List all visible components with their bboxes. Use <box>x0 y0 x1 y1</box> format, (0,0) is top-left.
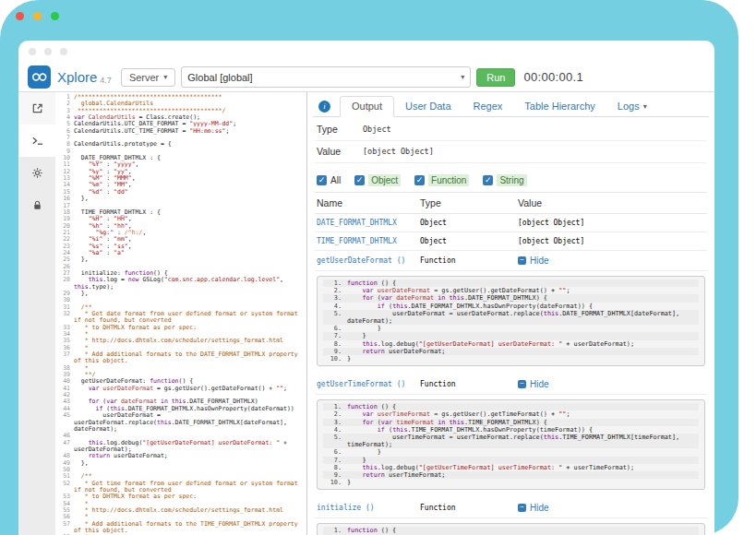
table-header: NameTypeValue <box>315 192 707 214</box>
editor-line: 57 * Add additional formats to the TIME_… <box>55 521 306 535</box>
cell-type: Object <box>420 237 518 245</box>
line-number: 3. <box>323 419 347 426</box>
line-number: 5 <box>55 121 74 127</box>
cell-type: Function <box>420 504 518 512</box>
cell-type: Function <box>420 256 518 265</box>
security-button[interactable] <box>18 189 55 221</box>
code-text: } <box>347 448 381 456</box>
checkbox-icon[interactable]: ✓ <box>317 175 327 185</box>
cell-value: [object Object] <box>518 219 705 227</box>
filter-all[interactable]: ✓All <box>317 175 341 185</box>
scope-select[interactable]: Global [global] ▾ <box>181 66 471 88</box>
property-link[interactable]: DATE_FORMAT_DHTMLX <box>317 219 420 227</box>
line-number: 32 <box>55 311 74 325</box>
server-dropdown-button[interactable]: Server ▾ <box>121 68 175 87</box>
xplore-logo-icon <box>28 65 51 89</box>
line-number: 7 <box>55 135 74 141</box>
code-text: } <box>347 355 351 363</box>
property-link[interactable]: initialize () <box>317 504 420 512</box>
editor-line: 45 userDateFormat = userDateFormat.repla… <box>55 412 306 433</box>
output-tabs: i OutputUser DataRegexTable HierarchyLog… <box>313 94 709 117</box>
hide-label: Hide <box>530 503 549 513</box>
hide-toggle[interactable]: −Hide <box>518 503 705 513</box>
window-chrome-bar <box>18 41 714 63</box>
property-link[interactable]: getUserTimeFormat () <box>317 380 420 388</box>
editor-line: 28 this.log = new GSLog("com.snc.app.cal… <box>55 277 306 291</box>
line-number: 2 <box>55 101 74 107</box>
editor-line: 15 "%d" : "dd" <box>55 189 306 196</box>
code-text: }, <box>74 196 306 202</box>
gear-icon <box>31 167 43 179</box>
line-number: 47 <box>55 440 74 454</box>
code-text: * Add additional formats to the DATE_FOR… <box>74 351 306 365</box>
minimize-window-button[interactable] <box>33 12 42 20</box>
code-line: 8. this.log.debug("[getUserTimeFormat] u… <box>323 464 699 471</box>
editor-line: 33 * to DHTMLX format as per spec: <box>55 325 306 331</box>
code-text: if (this.TIME_FORMAT_DHTMLX.hasOwnProper… <box>347 426 593 434</box>
code-text: } <box>347 479 351 486</box>
tab-output[interactable]: Output <box>340 96 394 117</box>
lock-icon <box>31 199 43 211</box>
checkbox-icon[interactable]: ✓ <box>483 175 493 185</box>
run-button[interactable]: Run <box>476 68 515 87</box>
zoom-window-button[interactable] <box>51 12 59 20</box>
line-number: 4 <box>55 114 74 121</box>
hide-toggle[interactable]: −Hide <box>518 379 705 389</box>
editor-line: 30 <box>55 297 306 303</box>
filter-function[interactable]: ✓Function <box>414 174 469 186</box>
info-icon[interactable]: i <box>318 101 330 113</box>
result-value-value: [object Object] <box>363 147 434 156</box>
close-window-button[interactable] <box>16 12 24 20</box>
script-console-button[interactable] <box>18 125 55 157</box>
chevron-down-icon: ▾ <box>461 73 464 81</box>
tab-table-hierarchy[interactable]: Table Hierarchy <box>513 97 606 116</box>
code-text: userDateFormat = userDateFormat.replace(… <box>347 310 699 325</box>
code-line: 2. var userTimeFormat = gs.getUser().get… <box>323 410 699 418</box>
code-text <box>74 297 306 303</box>
tab-regex[interactable]: Regex <box>462 97 514 116</box>
code-line: 1.function () { <box>323 403 699 410</box>
editor-line: 8CalendarUtils.prototype = { <box>55 141 306 148</box>
chrome-dot-icon <box>29 48 36 55</box>
table-row: getUserDateFormat ()Function−Hide <box>315 251 707 271</box>
editor-line: 37 * Add additional formats to the DATE_… <box>55 351 306 365</box>
checkbox-icon[interactable]: ✓ <box>414 175 425 185</box>
code-text: } <box>347 332 366 339</box>
code-text: return userTimeFormat; <box>347 471 445 479</box>
code-text: this.log.debug("[getUserTimeFormat] user… <box>347 464 634 471</box>
checkbox-icon[interactable]: ✓ <box>354 175 365 185</box>
editor-line: 6CalendarUtils.UTC_TIME_FORMAT = "HH:mm:… <box>55 128 306 135</box>
code-line: 2. var userDateFormat = gs.getUser().get… <box>323 287 699 294</box>
filter-string[interactable]: ✓String <box>483 174 526 186</box>
code-line: 6. } <box>323 448 699 456</box>
open-in-new-window-button[interactable] <box>18 92 55 125</box>
line-number: 7. <box>323 457 347 464</box>
property-link[interactable]: TIME_FORMAT_DHTMLX <box>317 237 420 245</box>
tab-user-data[interactable]: User Data <box>394 97 462 116</box>
script-editor[interactable]: 1/**************************************… <box>55 92 307 535</box>
code-text: userDateFormat = userDateFormat.replace(… <box>74 412 306 433</box>
filter-object[interactable]: ✓Object <box>354 174 401 186</box>
tab-logs[interactable]: Logs ▾ <box>606 97 658 116</box>
code-text: * <box>74 365 306 372</box>
line-number: 1. <box>323 527 347 534</box>
code-line: 3. for (var timeFormat in this.TIME_FORM… <box>323 419 699 426</box>
code-line: 4. if (this.TIME_FORMAT_DHTMLX.hasOwnPro… <box>323 426 699 434</box>
app-header: Xplore 4.7 Server ▾ Global [global] ▾ Ru… <box>18 63 714 92</box>
property-link[interactable]: getUserDateFormat () <box>317 256 420 265</box>
server-dropdown-label: Server <box>129 72 159 83</box>
open-in-new-window-icon <box>31 102 43 114</box>
hide-toggle[interactable]: −Hide <box>518 256 705 266</box>
collapse-icon: − <box>518 256 526 265</box>
line-number: 8. <box>323 340 347 348</box>
code-text: * Add additional formats to the TIME_FOR… <box>74 521 306 535</box>
terminal-icon <box>31 135 43 147</box>
line-number: 6 <box>55 128 74 135</box>
line-number: 6. <box>323 448 347 456</box>
line-number: 4. <box>323 426 347 434</box>
cell-value: [object Object] <box>518 237 705 245</box>
code-text: function () { <box>347 279 396 287</box>
line-number: 9. <box>323 348 347 355</box>
settings-button[interactable] <box>18 157 55 189</box>
execution-timer: 00:00:00.1 <box>523 70 582 84</box>
